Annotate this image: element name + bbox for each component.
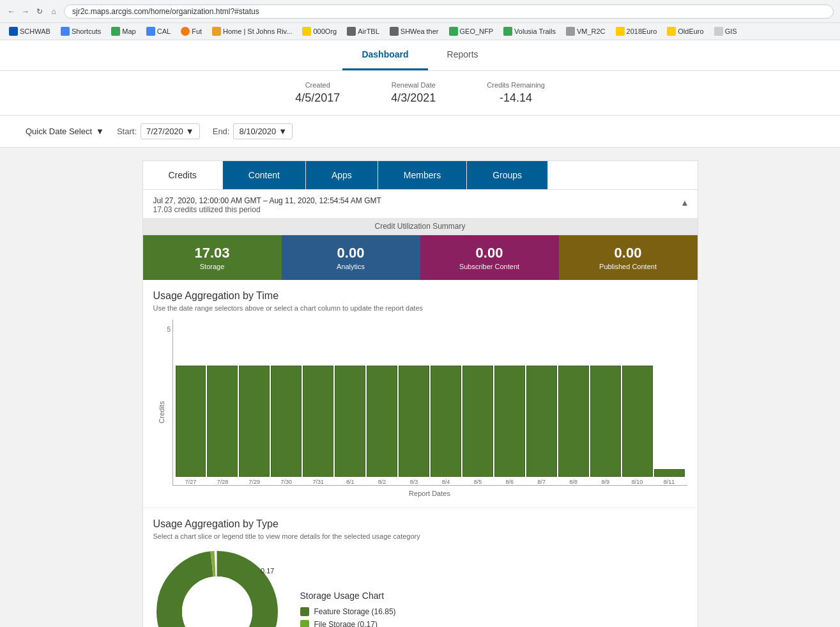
bar-col[interactable]: 7/31	[303, 326, 333, 485]
bookmark-000org[interactable]: 000Org	[298, 26, 340, 37]
bar	[367, 366, 397, 477]
bookmark-shortcuts[interactable]: Shortcuts	[57, 26, 105, 37]
vmr2c-icon	[566, 27, 575, 36]
bar-date: 8/11	[664, 479, 675, 485]
bookmark-oldeuro[interactable]: OldEuro	[663, 26, 707, 37]
y-axis-label: Credits	[158, 401, 165, 424]
bar-col[interactable]: 8/5	[462, 326, 493, 485]
tab-dashboard[interactable]: Dashboard	[342, 40, 427, 70]
bar-date: 8/3	[410, 479, 418, 485]
bar-col[interactable]: 7/29	[239, 326, 270, 485]
chart-legend: Storage Usage Chart Feature Storage (16.…	[300, 591, 687, 627]
quick-date-select[interactable]: Quick Date Select ▼	[26, 127, 104, 136]
bookmark-map[interactable]: Map	[107, 26, 139, 37]
bar-col[interactable]: 7/28	[207, 326, 238, 485]
airtbl-icon	[347, 27, 356, 36]
bookmark-schwab[interactable]: SCHWAB	[5, 26, 54, 37]
bar-col[interactable]: 8/1	[335, 326, 365, 485]
bookmark-shweather[interactable]: SHWea ther	[386, 26, 443, 37]
address-bar[interactable]: sjr2c.maps.arcgis.com/home/organization.…	[64, 4, 834, 19]
info-bar: Created 4/5/2017 Renewal Date 4/3/2021 C…	[0, 71, 840, 116]
bookmark-vmr2c[interactable]: VM_R2C	[562, 26, 609, 37]
bar-col[interactable]: 8/10	[622, 326, 653, 485]
start-date-input[interactable]: 7/27/2020 ▼	[141, 123, 200, 139]
bar	[462, 366, 493, 477]
tile-subscriber: 0.00 Subscriber Content	[420, 235, 559, 280]
bookmark-gis[interactable]: GIS	[710, 26, 741, 37]
tab-apps[interactable]: Apps	[306, 161, 378, 189]
donut-label-017: 0.17	[261, 567, 274, 575]
bookmarks-bar: SCHWAB Shortcuts Map CAL Fut Home | St J…	[0, 23, 840, 40]
donut-chart-section: Usage Aggregation by Type Select a chart…	[143, 507, 698, 627]
bar-date: 8/8	[569, 479, 577, 485]
legend-file-storage: File Storage (0.17)	[300, 620, 687, 627]
bar-col[interactable]: 8/7	[526, 326, 557, 485]
bar-date: 8/4	[442, 479, 450, 485]
bar	[335, 366, 365, 477]
home-button[interactable]: ⌂	[49, 6, 59, 17]
bar-col[interactable]: 8/4	[431, 326, 461, 485]
bar	[622, 366, 653, 477]
x-axis-label: Report Dates	[172, 490, 687, 497]
bookmark-cal[interactable]: CAL	[142, 26, 174, 37]
legend-title: Storage Usage Chart	[300, 591, 687, 601]
date-range-bar: Jul 27, 2020, 12:00:00 AM GMT – Aug 11, …	[143, 190, 698, 218]
bar-date: 7/28	[217, 479, 229, 485]
bookmark-2018euro[interactable]: 2018Euro	[612, 26, 661, 37]
bar-date: 8/5	[474, 479, 482, 485]
bar-col[interactable]: 8/9	[590, 326, 621, 485]
tile-analytics: 0.00 Analytics	[282, 235, 420, 280]
000org-icon	[302, 27, 311, 36]
shortcuts-icon	[61, 27, 70, 36]
bookmark-home-stjohns[interactable]: Home | St Johns Riv...	[208, 26, 296, 37]
reload-button[interactable]: ↻	[34, 6, 45, 17]
bookmark-airtbl[interactable]: AirTBL	[343, 26, 383, 37]
tab-members[interactable]: Members	[378, 161, 467, 189]
credit-tiles: 17.03 Storage 0.00 Analytics 0.00 Subscr…	[143, 235, 698, 280]
donut-chart-wrapper: 0.17 16.85	[153, 548, 281, 627]
tab-content[interactable]: Content	[223, 161, 306, 189]
bar	[399, 366, 429, 477]
bar-col[interactable]: 8/11	[654, 326, 685, 485]
page-content: Created 4/5/2017 Renewal Date 4/3/2021 C…	[0, 71, 840, 627]
legend-feature-storage: Feature Storage (16.85)	[300, 607, 687, 616]
legend-dot-file	[300, 620, 309, 627]
tab-reports[interactable]: Reports	[428, 40, 498, 70]
end-date-input[interactable]: 8/10/2020 ▼	[233, 123, 293, 139]
bookmark-fut[interactable]: Fut	[177, 26, 206, 37]
created-info: Created 4/5/2017	[295, 81, 340, 105]
bar-chart-subtitle: Use the date range selectors above or se…	[153, 304, 687, 312]
bar-col[interactable]: 8/2	[367, 326, 397, 485]
bar-chart: 7/277/287/297/307/318/18/28/38/48/58/68/…	[172, 320, 687, 486]
tab-credits[interactable]: Credits	[143, 161, 223, 189]
donut-svg	[153, 548, 281, 627]
bar	[494, 366, 525, 477]
bar-date: 8/1	[346, 479, 355, 485]
bar	[431, 366, 461, 477]
back-button[interactable]: ←	[6, 6, 17, 17]
bar	[207, 366, 238, 477]
bar-col[interactable]: 8/8	[558, 326, 589, 485]
end-date-field: End: 8/10/2020 ▼	[213, 123, 293, 139]
bar-chart-section: Usage Aggregation by Time Use the date r…	[143, 280, 698, 507]
date-range-text: Jul 27, 2020, 12:00:00 AM GMT – Aug 11, …	[153, 196, 381, 205]
bar-date: 8/6	[506, 479, 514, 485]
stjohns-icon	[212, 27, 221, 36]
start-date-field: Start: 7/27/2020 ▼	[117, 123, 200, 139]
bookmark-geonf[interactable]: GEO_NFP	[445, 26, 498, 37]
bar-col[interactable]: 7/27	[176, 326, 206, 485]
end-date-dropdown-icon: ▼	[279, 127, 287, 136]
download-icon[interactable]: ▴	[682, 196, 687, 208]
bar-col[interactable]: 8/3	[399, 326, 429, 485]
donut-container: 0.17 16.85 Storage Usage Chart Feature S…	[153, 548, 687, 627]
forward-button[interactable]: →	[20, 6, 31, 17]
tile-storage: 17.03 Storage	[143, 235, 282, 280]
tile-published: 0.00 Published Content	[559, 235, 698, 280]
bar	[239, 366, 270, 477]
bar-col[interactable]: 8/6	[494, 326, 525, 485]
bookmark-volusia[interactable]: Volusia Trails	[500, 26, 560, 37]
shweather-icon	[390, 27, 399, 36]
bar-col[interactable]: 7/30	[271, 326, 302, 485]
tab-groups[interactable]: Groups	[467, 161, 548, 189]
fut-icon	[181, 27, 190, 36]
